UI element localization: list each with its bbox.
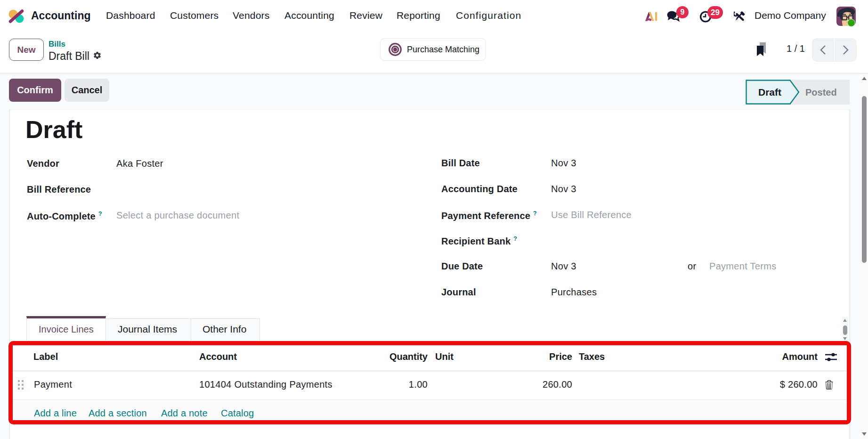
svg-text:Posted: Posted — [805, 87, 837, 98]
svg-text:Draft: Draft — [758, 87, 781, 98]
